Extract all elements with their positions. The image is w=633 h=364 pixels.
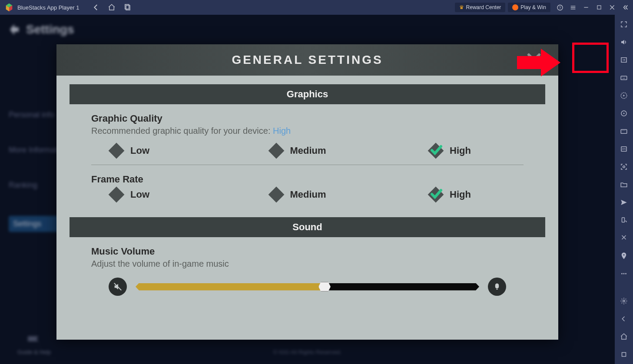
settings-icon[interactable] (620, 297, 628, 305)
bg-guide-help: Guide & Help (17, 334, 51, 355)
framerate-radio-row: Low Medium High (91, 187, 524, 208)
game-viewport: Settings Personal info More Information … (0, 15, 615, 364)
bg-settings-title: Settings (26, 23, 74, 36)
bg-copyright: © IGG All Rights Reserved. (273, 349, 342, 355)
back-icon[interactable] (620, 315, 628, 323)
radio-icon (109, 187, 124, 202)
record-icon[interactable] (620, 91, 628, 99)
recents-icon[interactable] (620, 351, 628, 359)
minimize-button[interactable] (583, 4, 590, 11)
sound-section-header: Sound (70, 217, 545, 237)
location-icon[interactable] (620, 252, 628, 260)
svg-point-14 (623, 166, 625, 168)
check-icon (430, 144, 443, 157)
mute-icon[interactable] (109, 278, 127, 296)
camera-icon[interactable] (620, 162, 628, 171)
svg-point-17 (623, 273, 625, 275)
radio-icon (428, 187, 444, 202)
svg-rect-11 (621, 129, 627, 133)
titlebar: BlueStacks App Player 1 ♛ Reward Center … (0, 0, 633, 15)
sync-icon[interactable] (620, 109, 628, 117)
keyboard-icon[interactable] (620, 73, 628, 82)
folder-icon[interactable] (620, 180, 628, 189)
modal-close-button[interactable] (524, 50, 544, 70)
check-icon (430, 188, 443, 201)
recommended-value: High (273, 126, 291, 136)
svg-rect-15 (622, 218, 625, 222)
svg-point-16 (621, 273, 623, 275)
reward-center-label: Reward Center (466, 4, 501, 10)
home-button[interactable] (108, 3, 116, 11)
radio-icon (428, 143, 444, 159)
screenshot-icon[interactable] (620, 56, 628, 64)
bg-settings-header: Settings (8, 23, 74, 36)
svg-text:APK: APK (622, 148, 626, 150)
nav-controls (92, 3, 131, 11)
close-button[interactable] (609, 4, 616, 11)
volume-slider[interactable] (136, 283, 479, 291)
quality-high-option[interactable]: High (428, 143, 506, 159)
radio-icon (268, 187, 284, 202)
music-volume-title: Music Volume (91, 246, 524, 257)
music-volume-group: Music Volume Adjust the volume of in-gam… (70, 246, 545, 296)
rotate-icon[interactable] (620, 216, 628, 225)
graphic-quality-desc: Recommended graphic quality for your dev… (91, 126, 524, 136)
quality-low-option[interactable]: Low (109, 143, 187, 159)
tools-sidebar: APK (615, 15, 633, 364)
framerate-high-option[interactable]: High (428, 187, 506, 202)
macro-icon[interactable] (620, 127, 628, 135)
svg-point-19 (623, 300, 625, 302)
volume-max-icon[interactable] (488, 278, 506, 296)
svg-point-18 (625, 273, 626, 275)
quality-medium-option[interactable]: Medium (268, 143, 347, 159)
apk-icon[interactable]: APK (620, 145, 628, 153)
more-icon[interactable] (620, 270, 628, 278)
slider-empty (325, 283, 479, 291)
recents-button[interactable] (123, 3, 131, 11)
graphic-quality-title: Graphic Quality (91, 113, 524, 124)
svg-rect-7 (621, 76, 627, 79)
close-icon (525, 51, 543, 69)
crown-icon: ♛ (459, 4, 464, 10)
svg-point-10 (623, 113, 625, 114)
modal-body: Graphics Graphic Quality Recommended gra… (56, 76, 558, 313)
home-icon[interactable] (620, 333, 628, 341)
radio-icon (268, 143, 284, 159)
bluestacks-logo-icon (4, 3, 14, 12)
graphics-section-header: Graphics (70, 84, 545, 104)
svg-rect-20 (622, 353, 626, 357)
radio-icon (109, 143, 124, 159)
bg-back-icon (8, 23, 21, 36)
play-win-icon (512, 4, 518, 10)
framerate-low-option[interactable]: Low (109, 187, 187, 202)
modal-header: GENERAL SETTINGS (56, 44, 558, 76)
fullscreen-icon[interactable] (620, 20, 628, 28)
general-settings-modal: GENERAL SETTINGS Graphics Graphic Qualit… (56, 44, 558, 340)
frame-rate-group: Frame Rate Low Medium High (70, 174, 545, 208)
svg-marker-6 (624, 59, 625, 60)
app-title: BlueStacks App Player 1 (17, 4, 79, 11)
modal-title: GENERAL SETTINGS (232, 53, 383, 67)
maximize-button[interactable] (596, 4, 603, 11)
quality-radio-row: Low Medium High (91, 143, 524, 165)
menu-button[interactable] (570, 4, 577, 11)
help-button[interactable]: ? (557, 4, 563, 11)
play-win-button[interactable]: Play & Win (508, 3, 550, 12)
play-win-label: Play & Win (520, 4, 546, 10)
svg-rect-4 (597, 6, 601, 9)
graphic-quality-group: Graphic Quality Recommended graphic qual… (70, 113, 545, 165)
collapse-button[interactable] (622, 4, 629, 11)
music-volume-desc: Adjust the volume of in-game music (91, 259, 524, 269)
slider-thumb[interactable] (318, 282, 331, 291)
flag-icon (26, 334, 43, 347)
framerate-medium-option[interactable]: Medium (268, 187, 347, 202)
shake-icon[interactable] (620, 234, 628, 242)
volume-icon[interactable] (620, 38, 628, 46)
back-button[interactable] (92, 3, 100, 11)
slider-fill (136, 283, 325, 291)
music-volume-slider-row (91, 278, 524, 296)
frame-rate-title: Frame Rate (91, 174, 524, 185)
plane-icon[interactable] (620, 198, 628, 206)
window-controls: ? (557, 4, 629, 11)
reward-center-button[interactable]: ♛ Reward Center (455, 3, 506, 12)
